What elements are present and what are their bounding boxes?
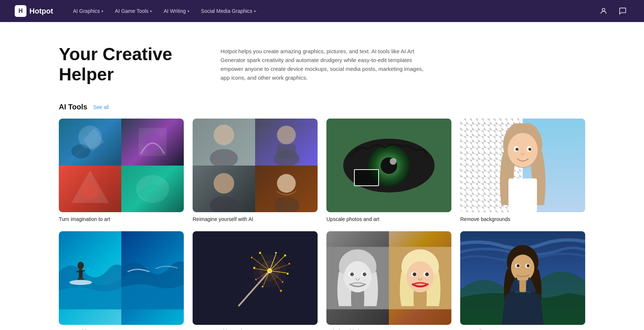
- svg-point-0: [602, 8, 605, 11]
- logo-icon: H: [15, 5, 26, 17]
- nav-label-ai-graphics: AI Graphics: [73, 8, 100, 14]
- nav-links: AI Graphics ▾ AI Game Tools ▾ AI Writing…: [68, 5, 597, 17]
- tool-image-remove-bg: [460, 119, 585, 212]
- portrait-cell-4: [255, 166, 318, 213]
- nav-item-social-media[interactable]: Social Media Graphics ▾: [196, 5, 261, 17]
- ocean-cell-right: [121, 231, 184, 325]
- svg-point-60: [253, 254, 286, 288]
- svg-point-52: [275, 252, 277, 254]
- art-cell-1: [59, 119, 121, 166]
- ai-tools-section: AI Tools See all: [0, 99, 644, 330]
- svg-point-70: [407, 261, 434, 293]
- chat-button[interactable]: [616, 4, 629, 18]
- tool-card-turn-imagination[interactable]: Turn imagination to art: [59, 119, 184, 222]
- tool-image-turn-imagination: [59, 119, 184, 212]
- color-photo: [389, 231, 451, 325]
- svg-point-6: [82, 183, 99, 200]
- svg-point-27: [516, 148, 519, 151]
- user-account-button[interactable]: [597, 4, 610, 18]
- svg-point-80: [517, 264, 520, 267]
- svg-point-13: [214, 173, 234, 193]
- svg-point-50: [287, 273, 289, 275]
- svg-point-73: [413, 273, 416, 276]
- chevron-down-icon: ▾: [254, 9, 256, 13]
- see-all-link[interactable]: See all: [93, 104, 109, 110]
- svg-point-54: [251, 257, 253, 259]
- upscale-comparison-box: [354, 169, 379, 186]
- tool-card-writing[interactable]: Outsource writing tasks: [193, 231, 318, 330]
- navigation: H Hotpot AI Graphics ▾ AI Game Tools ▾ A…: [0, 0, 644, 22]
- svg-point-29: [78, 262, 84, 269]
- svg-point-16: [273, 197, 299, 212]
- art-cell-3: [59, 166, 121, 213]
- chevron-down-icon: ▾: [187, 9, 189, 13]
- upscale-bg: [326, 119, 451, 212]
- svg-point-33: [69, 280, 92, 285]
- hero-description: Hotpot helps you create amazing graphics…: [221, 44, 434, 82]
- personalize-bg: [460, 231, 585, 325]
- tool-image-personalize: [460, 231, 585, 325]
- svg-point-58: [280, 290, 282, 292]
- svg-point-9: [210, 149, 238, 166]
- colorize-grid: [326, 231, 451, 325]
- svg-rect-32: [78, 278, 84, 280]
- chevron-down-icon: ▾: [101, 9, 103, 13]
- section-title: AI Tools: [59, 103, 87, 111]
- nav-label-social-media: Social Media Graphics: [201, 8, 253, 14]
- tool-image-reimagine: [193, 119, 318, 212]
- nav-item-ai-graphics[interactable]: AI Graphics ▾: [68, 5, 108, 17]
- tool-image-writing: [193, 231, 318, 325]
- surfer-cell-left: [59, 231, 121, 325]
- art-cell-4: [121, 166, 184, 213]
- brand-logo[interactable]: H Hotpot: [15, 5, 53, 17]
- tool-image-upscale: [326, 119, 451, 212]
- svg-point-77: [511, 255, 534, 282]
- tool-card-reimagine[interactable]: Reimagine yourself with AI: [193, 119, 318, 222]
- chevron-down-icon: ▾: [150, 9, 152, 13]
- svg-point-15: [277, 174, 296, 193]
- tool-card-remove-objects[interactable]: Remove objects: [59, 231, 184, 330]
- tool-card-upscale[interactable]: Upscale photos and art: [326, 119, 451, 222]
- tool-card-colorize[interactable]: Colorize old photos: [326, 231, 451, 330]
- svg-point-48: [284, 254, 286, 257]
- svg-rect-82: [519, 280, 526, 292]
- remove-bg-container: [460, 119, 585, 212]
- portrait-cell-2: [255, 119, 318, 166]
- hero-section: Your Creative Helper Hotpot helps you cr…: [0, 22, 644, 99]
- svg-point-23: [508, 133, 537, 167]
- svg-point-49: [289, 263, 290, 265]
- tool-label-remove-bg: Remove backgrounds: [460, 216, 510, 222]
- tool-card-personalize[interactable]: Personalize art: [460, 231, 585, 330]
- brand-name: Hotpot: [29, 7, 53, 15]
- tool-grid: Turn imagination to art: [59, 119, 585, 330]
- tool-label-turn-imagination: Turn imagination to art: [59, 216, 110, 222]
- art-cell-2: [121, 119, 184, 166]
- svg-point-81: [527, 264, 530, 267]
- tool-label-reimagine: Reimagine yourself with AI: [193, 216, 253, 222]
- nav-item-ai-game-tools[interactable]: AI Game Tools ▾: [110, 5, 157, 17]
- svg-point-67: [363, 273, 366, 276]
- svg-rect-24: [508, 178, 537, 212]
- remove-objects-grid: [59, 231, 184, 325]
- tool-card-remove-bg[interactable]: Remove backgrounds: [460, 119, 585, 222]
- portrait-cell-3: [193, 166, 255, 213]
- tool-label-upscale: Upscale photos and art: [326, 216, 379, 222]
- svg-point-53: [259, 252, 261, 254]
- svg-point-63: [344, 261, 372, 293]
- portrait-cell-1: [193, 119, 255, 166]
- svg-rect-12: [277, 145, 296, 159]
- writing-bg: [193, 231, 318, 325]
- svg-point-66: [350, 273, 354, 276]
- svg-point-14: [210, 196, 238, 213]
- section-header: AI Tools See all: [59, 103, 585, 111]
- svg-point-8: [214, 125, 234, 145]
- svg-point-74: [425, 273, 429, 276]
- nav-label-ai-writing: AI Writing: [164, 8, 186, 14]
- nav-label-ai-game-tools: AI Game Tools: [115, 8, 149, 14]
- tool-image-remove-objects: [59, 231, 184, 325]
- svg-point-21: [390, 158, 396, 165]
- svg-point-4: [143, 133, 162, 152]
- nav-item-ai-writing[interactable]: AI Writing ▾: [158, 5, 194, 17]
- svg-point-10: [277, 126, 296, 145]
- nav-right: [597, 4, 629, 18]
